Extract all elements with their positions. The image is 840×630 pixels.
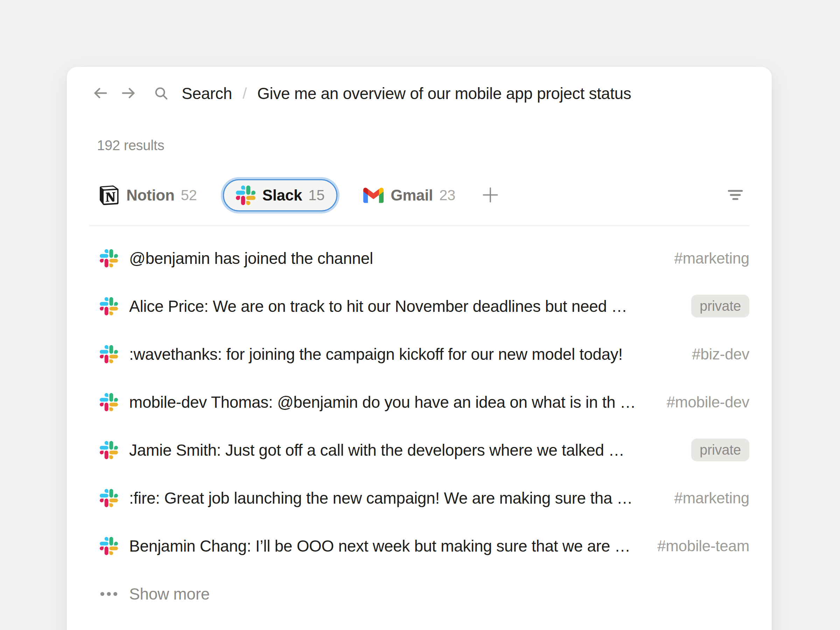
slack-icon	[100, 297, 118, 315]
forward-button[interactable]	[119, 84, 137, 103]
result-row[interactable]: :wavethanks: for joining the campaign ki…	[100, 330, 749, 378]
result-row[interactable]: Alice Price: We are on track to hit our …	[100, 282, 749, 330]
divider	[89, 226, 749, 226]
tab-count: 52	[181, 187, 197, 204]
private-badge: private	[691, 439, 749, 461]
result-row[interactable]: Benjamin Chang: I’ll be OOO next week bu…	[100, 522, 749, 570]
results-list: @benjamin has joined the channel #market…	[89, 234, 749, 570]
channel-tag: #marketing	[674, 489, 749, 507]
channel-tag: #marketing	[674, 249, 749, 267]
search-window: Search / Give me an overview of our mobi…	[67, 67, 772, 630]
result-row[interactable]: @benjamin has joined the channel #market…	[100, 234, 749, 282]
slack-icon	[100, 393, 118, 411]
filter-lines-icon	[726, 185, 745, 206]
show-more-label: Show more	[129, 584, 210, 603]
show-more-button[interactable]: Show more	[100, 570, 749, 618]
tab-label: Notion	[126, 186, 174, 204]
breadcrumb-separator: /	[243, 85, 247, 102]
result-text: Benjamin Chang: I’ll be OOO next week bu…	[129, 537, 643, 556]
result-row[interactable]: mobile-dev Thomas: @benjamin do you have…	[100, 378, 749, 426]
filter-button[interactable]	[725, 185, 746, 206]
tab-label: Gmail	[391, 186, 433, 204]
tab-label: Slack	[262, 186, 302, 204]
tab-gmail[interactable]: Gmail 23	[363, 179, 455, 212]
result-text: :wavethanks: for joining the campaign ki…	[129, 345, 678, 364]
search-query[interactable]: Give me an overview of our mobile app pr…	[257, 84, 631, 103]
tab-count: 15	[308, 187, 324, 204]
tab-notion[interactable]: Notion 52	[100, 179, 197, 212]
tab-slack[interactable]: Slack 15	[223, 179, 338, 212]
result-text: mobile-dev Thomas: @benjamin do you have…	[129, 393, 653, 412]
channel-tag: #biz-dev	[692, 346, 749, 363]
result-text: @benjamin has joined the channel	[129, 249, 660, 268]
result-text: Jamie Smith: Just got off a call with th…	[129, 441, 677, 459]
add-source-button[interactable]	[480, 185, 500, 205]
notion-icon	[100, 185, 119, 205]
tab-count: 23	[439, 187, 455, 204]
slack-icon	[100, 345, 118, 363]
result-row[interactable]: Jamie Smith: Just got off a call with th…	[100, 426, 749, 474]
slack-icon	[100, 441, 118, 459]
search-icon	[153, 85, 170, 102]
channel-tag: #mobile-team	[657, 537, 749, 555]
slack-icon	[236, 185, 256, 205]
result-row[interactable]: :fire: Great job launching the new campa…	[100, 474, 749, 522]
arrow-right-icon	[120, 85, 136, 102]
gmail-icon	[363, 188, 384, 203]
search-label: Search	[182, 84, 232, 103]
tabs-row: Notion 52 Slack 15 Gmail 23	[100, 178, 749, 213]
result-text: Alice Price: We are on track to hit our …	[129, 297, 677, 316]
search-bar: Search / Give me an overview of our mobi…	[89, 82, 749, 105]
plus-icon	[482, 186, 499, 205]
slack-icon	[100, 537, 118, 555]
slack-icon	[100, 249, 118, 267]
back-button[interactable]	[92, 84, 109, 103]
result-text: :fire: Great job launching the new campa…	[129, 489, 660, 507]
source-tabs: Notion 52 Slack 15 Gmail 23	[100, 179, 455, 212]
channel-tag: #mobile-dev	[667, 393, 749, 411]
slack-icon	[100, 489, 118, 507]
private-badge: private	[691, 295, 749, 317]
arrow-left-icon	[92, 85, 109, 102]
results-count: 192 results	[97, 137, 749, 154]
ellipsis-icon	[100, 585, 118, 603]
